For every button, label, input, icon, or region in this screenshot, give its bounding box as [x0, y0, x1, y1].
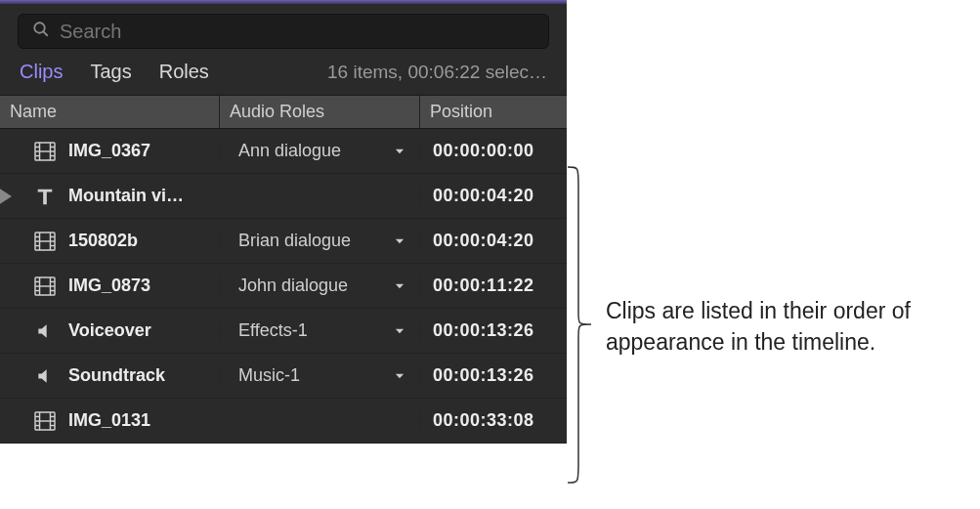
svg-point-0 — [34, 22, 45, 33]
cell-audio-role[interactable]: Effects-1 — [220, 320, 420, 341]
chevron-down-icon[interactable] — [393, 324, 406, 338]
tab-tags[interactable]: Tags — [90, 61, 131, 83]
cell-position: 00:00:13:26 — [420, 365, 567, 386]
tab-bar: Clips Tags Roles 16 items, 00:06:22 sele… — [0, 57, 567, 95]
annotation-text: Clips are listed in their order of appea… — [592, 296, 944, 357]
header-roles[interactable]: Audio Roles — [220, 96, 420, 128]
table-row[interactable]: IMG_013100:00:33:08 — [0, 399, 567, 444]
clip-name: 150802b — [68, 231, 138, 251]
clip-name: Voiceover — [68, 320, 151, 341]
film-icon — [33, 231, 57, 252]
audio-role-label: John dialogue — [238, 276, 348, 296]
cell-audio-role[interactable]: Ann dialogue — [220, 141, 420, 161]
clip-name: IMG_0367 — [68, 141, 150, 161]
cell-name: 150802b — [0, 231, 220, 252]
search-bar-container — [0, 4, 567, 57]
header-position[interactable]: Position — [420, 96, 567, 128]
chevron-down-icon[interactable] — [393, 234, 406, 248]
cell-audio-role[interactable]: Music-1 — [220, 365, 420, 386]
table-row[interactable]: SoundtrackMusic-100:00:13:26 — [0, 354, 567, 399]
clip-name: Mountain vi… — [68, 186, 184, 206]
cell-position: 00:00:00:00 — [420, 141, 567, 161]
annotation-callout: Clips are listed in their order of appea… — [567, 0, 944, 488]
svg-line-1 — [43, 31, 48, 36]
cell-name: Voiceover — [0, 320, 220, 342]
cell-position: 00:00:04:20 — [420, 186, 567, 206]
cell-audio-role[interactable]: Brian dialogue — [220, 231, 420, 251]
table-row[interactable]: 150802bBrian dialogue00:00:04:20 — [0, 219, 567, 264]
cell-position: 00:00:04:20 — [420, 231, 567, 251]
chevron-down-icon[interactable] — [393, 145, 406, 158]
text-icon — [33, 186, 57, 207]
audio-icon — [33, 365, 57, 387]
tab-clips[interactable]: Clips — [20, 61, 63, 83]
tab-roles[interactable]: Roles — [159, 61, 209, 83]
film-icon — [33, 141, 57, 162]
bracket-icon — [567, 166, 592, 488]
clip-list: IMG_0367Ann dialogue00:00:00:00Mountain … — [0, 129, 567, 444]
selection-status: 16 items, 00:06:22 selec… — [327, 62, 547, 83]
clips-panel: Clips Tags Roles 16 items, 00:06:22 sele… — [0, 0, 567, 444]
table-row[interactable]: Mountain vi…00:00:04:20 — [0, 174, 567, 219]
film-icon — [33, 276, 57, 297]
clip-name: IMG_0873 — [68, 276, 150, 296]
cell-position: 00:00:11:22 — [420, 276, 567, 296]
table-row[interactable]: IMG_0367Ann dialogue00:00:00:00 — [0, 129, 567, 174]
clip-name: Soundtrack — [68, 365, 165, 386]
cell-audio-role[interactable]: John dialogue — [220, 276, 420, 296]
film-icon — [33, 410, 57, 432]
audio-role-label: Effects-1 — [238, 320, 308, 341]
playhead-indicator-icon — [0, 188, 12, 205]
cell-position: 00:00:13:26 — [420, 320, 567, 341]
search-icon — [32, 21, 50, 42]
cell-name: Soundtrack — [0, 365, 220, 387]
cell-name: IMG_0367 — [0, 141, 220, 162]
clip-name: IMG_0131 — [68, 410, 150, 431]
cell-name: IMG_0873 — [0, 276, 220, 297]
table-row[interactable]: IMG_0873John dialogue00:00:11:22 — [0, 264, 567, 309]
cell-name: Mountain vi… — [0, 186, 220, 207]
cell-name: IMG_0131 — [0, 410, 220, 432]
audio-role-label: Brian dialogue — [238, 231, 351, 251]
audio-role-label: Ann dialogue — [238, 141, 341, 161]
chevron-down-icon[interactable] — [393, 279, 406, 293]
search-input[interactable] — [60, 21, 534, 43]
chevron-down-icon[interactable] — [393, 369, 406, 383]
cell-position: 00:00:33:08 — [420, 410, 567, 431]
audio-icon — [33, 320, 57, 342]
audio-role-label: Music-1 — [238, 365, 300, 386]
table-row[interactable]: VoiceoverEffects-100:00:13:26 — [0, 309, 567, 354]
search-bar[interactable] — [18, 14, 549, 49]
column-headers: Name Audio Roles Position — [0, 95, 567, 129]
header-name[interactable]: Name — [0, 96, 220, 128]
